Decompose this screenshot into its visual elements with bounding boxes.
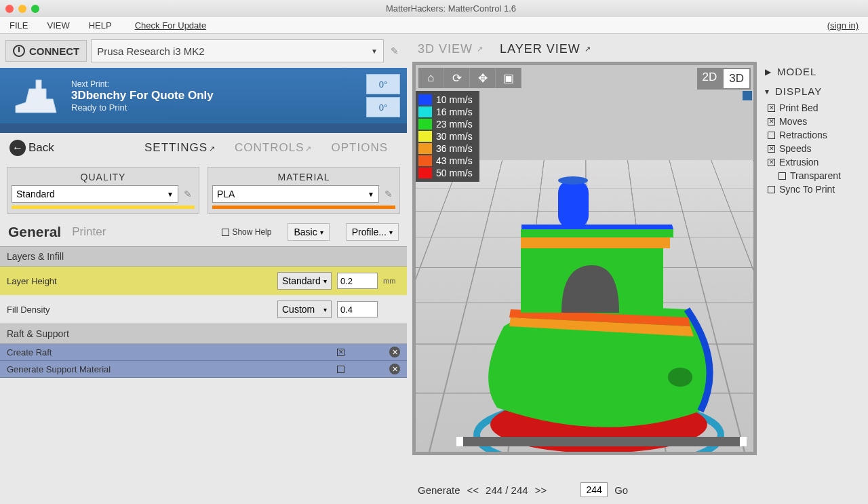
popout-icon: ↗ (305, 144, 312, 153)
layer-input[interactable] (580, 482, 608, 497)
chevron-down-icon: ▾ (765, 87, 770, 96)
view-2d-button[interactable]: 2D (697, 68, 723, 90)
edit-printer-icon[interactable]: ✎ (388, 45, 401, 56)
menu-file[interactable]: FILE (0, 20, 37, 31)
zoom-view-button[interactable]: ▣ (496, 68, 521, 88)
legend-swatch (418, 119, 432, 130)
prev-layer-button[interactable]: << (467, 484, 479, 496)
layer-horizontal-slider[interactable] (456, 437, 747, 446)
material-indicator (212, 206, 395, 209)
legend-swatch (418, 94, 432, 105)
print-status-panel: Next Print: 3Dbenchy For Quote Only Read… (0, 68, 407, 123)
tab-controls[interactable]: CONTROLS↗ (235, 141, 312, 155)
menu-help[interactable]: HELP (79, 20, 121, 31)
display-option[interactable]: ✕Print Bed (765, 101, 868, 115)
window-title: MatterHackers: MatterControl 1.6 (39, 3, 863, 14)
close-window-icon[interactable] (5, 5, 14, 13)
edit-material-icon[interactable]: ✎ (382, 189, 395, 199)
layer-viewport[interactable]: ⌂ ⟳ ✥ ▣ 2D 3D 10 mm/s16 mm/s23 mm/s30 mm… (412, 62, 757, 455)
chevron-down-icon: ▼ (371, 47, 378, 55)
profile-select[interactable]: Profile... ▾ (346, 223, 399, 241)
model-section-header[interactable]: ▶ MODEL (765, 62, 868, 81)
settings-level-select[interactable]: Basic ▾ (288, 223, 329, 241)
maximize-window-icon[interactable] (31, 5, 39, 13)
quality-indicator (12, 206, 195, 209)
edit-quality-icon[interactable]: ✎ (181, 189, 195, 199)
remove-override-icon[interactable]: ✕ (389, 364, 400, 374)
menu-view[interactable]: VIEW (37, 20, 79, 31)
display-option[interactable]: ✕Moves (765, 115, 868, 128)
material-select[interactable]: PLA ▼ (212, 185, 379, 203)
fill-density-input[interactable] (337, 301, 378, 317)
chevron-down-icon: ▼ (167, 191, 174, 198)
generate-support-row[interactable]: Generate Support Material ✕ (0, 361, 407, 378)
layer-height-input[interactable] (337, 273, 378, 289)
raft-support-header: Raft & Support (0, 324, 407, 344)
checkbox-icon (222, 229, 229, 236)
display-option[interactable]: Sync To Print (765, 182, 868, 196)
legend-label: 43 mm/s (436, 155, 473, 166)
svg-rect-7 (558, 180, 589, 228)
view-3d-button[interactable]: 3D (722, 68, 751, 90)
display-section-header[interactable]: ▾ DISPLAY (765, 81, 868, 101)
display-option[interactable]: Transparent (765, 169, 868, 182)
checkbox-checked-icon: ✕ (768, 118, 775, 125)
tab-options[interactable]: OPTIONS (331, 141, 388, 155)
fill-density-preset[interactable]: Custom▾ (277, 301, 332, 318)
display-option-label: Retractions (779, 130, 827, 140)
legend-row: 50 mm/s (418, 167, 477, 179)
checkbox-checked-icon[interactable]: ✕ (337, 349, 344, 356)
model-thumbnail (7, 72, 64, 119)
checkbox-icon (778, 172, 786, 180)
checkbox-icon[interactable] (337, 366, 344, 373)
display-option[interactable]: ✕Extrusion (765, 155, 868, 169)
quality-select[interactable]: Standard ▼ (12, 185, 178, 203)
layer-height-preset[interactable]: Standard▾ (277, 272, 332, 290)
slider-handle-icon[interactable] (743, 91, 752, 100)
tab-printer[interactable]: Printer (72, 225, 106, 239)
check-update-link[interactable]: Check For Update (121, 20, 220, 31)
hotend-temp[interactable]: 0° (366, 74, 400, 94)
display-option-label: Speeds (779, 143, 811, 154)
create-raft-row[interactable]: Create Raft ✕ ✕ (0, 344, 407, 361)
generate-button[interactable]: Generate (418, 484, 460, 496)
checkbox-checked-icon: ✕ (768, 145, 775, 153)
display-option-label: Moves (779, 116, 807, 127)
next-layer-button[interactable]: >> (535, 484, 547, 496)
viewport-toolbar: ⌂ ⟳ ✥ ▣ (418, 68, 521, 88)
go-button[interactable]: Go (614, 484, 628, 496)
layer-vertical-slider[interactable] (745, 91, 750, 435)
dimension-toggle: 2D 3D (697, 68, 751, 90)
chevron-down-icon: ▾ (323, 277, 327, 285)
show-help-toggle[interactable]: Show Help (222, 227, 271, 237)
pan-view-button[interactable]: ✥ (470, 68, 496, 88)
legend-row: 43 mm/s (418, 155, 477, 167)
display-option[interactable]: ✕Speeds (765, 142, 868, 155)
back-button[interactable]: ← Back (9, 140, 54, 156)
menubar: FILE VIEW HELP Check For Update (sign in… (0, 17, 868, 34)
display-option[interactable]: Retractions (765, 128, 868, 142)
tab-3d-view[interactable]: 3D VIEW↗ (418, 42, 484, 56)
legend-row: 16 mm/s (418, 106, 477, 118)
legend-row: 36 mm/s (418, 142, 477, 155)
legend-swatch (418, 155, 432, 166)
printer-select[interactable]: Prusa Research i3 MK2 ▼ (91, 39, 384, 62)
display-option-label: Print Bed (779, 102, 818, 113)
right-pane: 3D VIEW↗ LAYER VIEW↗ ⌂ ⟳ ✥ ▣ 2D 3D 10 mm… (407, 34, 868, 504)
bed-temp[interactable]: 0° (366, 97, 400, 117)
legend-label: 16 mm/s (436, 106, 473, 117)
quality-panel: QUALITY Standard ▼ ✎ (7, 167, 199, 214)
minimize-window-icon[interactable] (18, 5, 26, 13)
connect-button[interactable]: CONNECT (5, 40, 87, 62)
display-option-label: Transparent (790, 170, 841, 181)
tab-layer-view[interactable]: LAYER VIEW↗ (500, 42, 591, 56)
home-view-button[interactable]: ⌂ (418, 68, 444, 88)
rotate-view-button[interactable]: ⟳ (444, 68, 470, 88)
ready-label: Ready to Print (71, 102, 366, 113)
tab-settings[interactable]: SETTINGS↗ (144, 141, 216, 155)
remove-override-icon[interactable]: ✕ (389, 347, 400, 357)
back-label: Back (28, 141, 54, 155)
printer-select-value: Prusa Research i3 MK2 (97, 45, 204, 57)
signin-link[interactable]: (sign in) (827, 20, 868, 31)
tab-general[interactable]: General (8, 224, 61, 240)
